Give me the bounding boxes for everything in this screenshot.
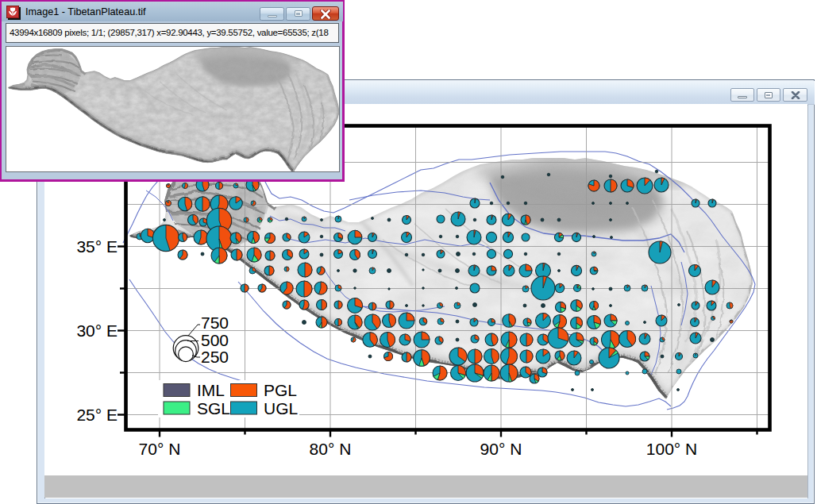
svg-text:500: 500 — [201, 331, 229, 349]
svg-text:25° E: 25° E — [76, 406, 118, 424]
svg-text:70° N: 70° N — [139, 440, 181, 458]
svg-text:250: 250 — [201, 348, 229, 366]
svg-text:35° E: 35° E — [76, 237, 118, 256]
svg-text:PGL: PGL — [264, 381, 297, 399]
svg-text:80° N: 80° N — [310, 440, 352, 458]
svg-text:90° N: 90° N — [480, 440, 522, 458]
svg-text:UGL: UGL — [264, 399, 298, 417]
svg-text:IML: IML — [197, 381, 225, 399]
svg-text:SGL: SGL — [197, 399, 230, 417]
svg-text:100° N: 100° N — [646, 440, 697, 458]
svg-text:750: 750 — [201, 314, 229, 332]
svg-text:30° E: 30° E — [76, 321, 118, 340]
